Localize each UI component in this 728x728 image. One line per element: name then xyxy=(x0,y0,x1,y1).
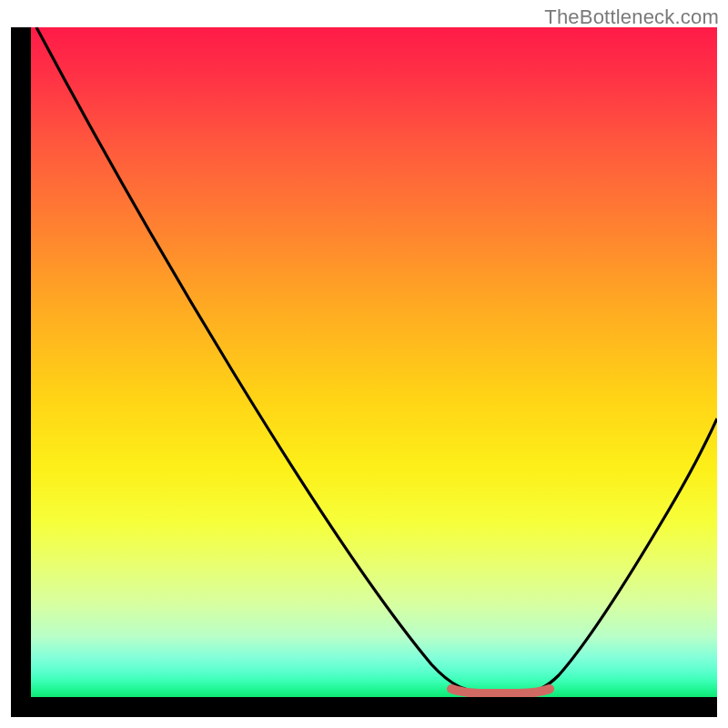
chart-frame: TheBottleneck.com xyxy=(0,0,728,728)
bottleneck-curve-path xyxy=(36,27,717,693)
optimal-band-path xyxy=(451,689,550,693)
bottleneck-curve-svg xyxy=(31,27,717,697)
plot-area xyxy=(31,27,717,697)
attribution-text: TheBottleneck.com xyxy=(544,5,719,29)
plot-outer-border xyxy=(11,27,717,717)
